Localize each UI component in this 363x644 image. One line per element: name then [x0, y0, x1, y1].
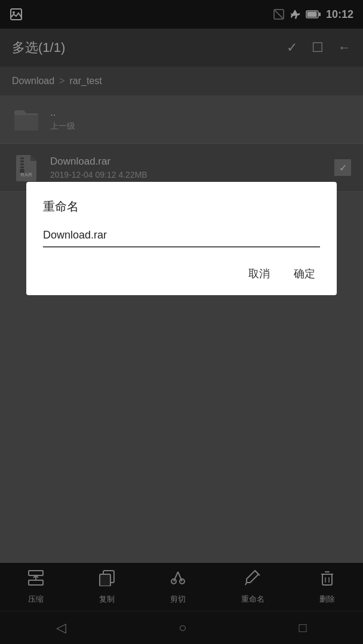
confirm-button[interactable]: 确定 [289, 264, 320, 283]
rename-dialog: 重命名 取消 确定 [26, 182, 337, 295]
dialog-overlay: 重命名 取消 确定 [0, 0, 363, 644]
rename-input[interactable] [43, 227, 320, 247]
dialog-title: 重命名 [43, 199, 320, 215]
cancel-button[interactable]: 取消 [244, 264, 275, 283]
dialog-actions: 取消 确定 [43, 264, 320, 283]
